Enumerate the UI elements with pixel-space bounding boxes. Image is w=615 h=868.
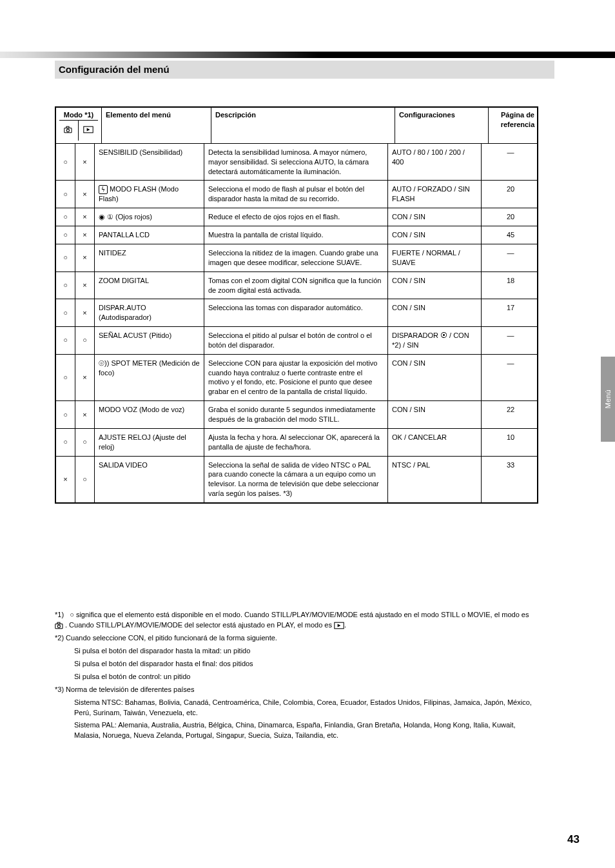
svg-rect-6 bbox=[57, 622, 60, 624]
col-header-menu: Elemento del menú bbox=[102, 108, 211, 143]
menu-cell: NITIDEZ bbox=[95, 244, 204, 271]
col-header-desc: Descripción bbox=[211, 108, 395, 143]
mode-cell: ○ bbox=[56, 355, 75, 400]
mode-cell: × bbox=[56, 457, 75, 502]
col-header-mode: Modo *1) bbox=[56, 108, 102, 143]
svg-marker-9 bbox=[338, 624, 341, 627]
ref-cell: 45 bbox=[482, 226, 540, 244]
desc-cell: Ajusta la fecha y hora. Al seleccionar O… bbox=[204, 429, 388, 456]
table-row: ○ × ⦾)) SPOT METER (Medición de foco) Se… bbox=[56, 354, 537, 400]
mode-cell: × bbox=[75, 401, 95, 428]
footnote-3b: Sistema PAL: Alemania, Australia, Austri… bbox=[55, 720, 538, 741]
table-row: ○ × ZOOM DIGITAL Tomas con el zoom digit… bbox=[56, 271, 537, 299]
mode-cell: ○ bbox=[56, 181, 75, 208]
desc-cell: Selecciona el pitido al pulsar el botón … bbox=[204, 327, 388, 354]
set-cell: CON / SIN bbox=[388, 401, 482, 428]
ref-cell: 20 bbox=[482, 208, 540, 226]
mode-cell: ○ bbox=[56, 244, 75, 271]
col-header-settings: Configuraciones bbox=[395, 108, 489, 143]
table-row: ○ ○ SEÑAL ACUST (Pitido) Selecciona el p… bbox=[56, 326, 537, 354]
table-row: ○ × PANTALLA LCD Muestra la pantalla de … bbox=[56, 226, 537, 244]
mode-cell: × bbox=[75, 272, 95, 299]
mode-cell: ○ bbox=[56, 327, 75, 354]
play-box-icon bbox=[334, 621, 344, 629]
menu-cell: ◉ ① (Ojos rojos) bbox=[95, 208, 204, 226]
table-row: ○ × DISPAR.AUTO (Autodisparador) Selecci… bbox=[56, 299, 537, 326]
menu-cell: SALIDA VIDEO bbox=[95, 457, 204, 502]
table-header-row: Modo *1) Elemento del menú Descripción C… bbox=[56, 108, 537, 143]
side-tab: Menú bbox=[601, 357, 615, 442]
footnote-1: *1) ○ significa que el elemento está dis… bbox=[55, 610, 538, 631]
svg-point-7 bbox=[57, 625, 60, 627]
desc-cell: Muestra la pantalla de cristal líquido. bbox=[204, 226, 388, 244]
mode-cell: × bbox=[75, 144, 95, 181]
menu-cell: ϟ MODO FLASH (Modo Flash) bbox=[95, 181, 204, 208]
table-row: ○ ○ AJUSTE RELOJ (Ajuste del reloj) Ajus… bbox=[56, 428, 537, 456]
table-row: ○ × MODO VOZ (Modo de voz) Graba el soni… bbox=[56, 400, 537, 428]
menu-table: Modo *1) Elemento del menú Descripción C… bbox=[55, 106, 538, 504]
mode-cell: ○ bbox=[56, 429, 75, 456]
set-cell: OK / CANCELAR bbox=[388, 429, 482, 456]
mode-cell: ○ bbox=[56, 272, 75, 299]
table-row: ○ × ϟ MODO FLASH (Modo Flash) Selecciona… bbox=[56, 180, 537, 208]
menu-cell: AJUSTE RELOJ (Ajuste del reloj) bbox=[95, 429, 204, 456]
redeye-icon: ◉ bbox=[99, 213, 105, 221]
menu-cell: MODO VOZ (Modo de voz) bbox=[95, 401, 204, 428]
set-cell: AUTO / FORZADO / SIN FLASH bbox=[388, 181, 482, 208]
flash-box-icon: ϟ bbox=[99, 185, 108, 194]
table-row: × ○ SALIDA VIDEO Selecciona la señal de … bbox=[56, 456, 537, 502]
menu-label: SPOT METER (Medición de foco) bbox=[99, 359, 200, 377]
ref-cell: 33 bbox=[482, 457, 540, 502]
set-cell: CON / SIN bbox=[388, 299, 482, 326]
set-cell: CON / SIN bbox=[388, 208, 482, 226]
desc-cell: Tomas con el zoom digital CON significa … bbox=[204, 272, 388, 299]
set-cell: FUERTE / NORMAL / SUAVE bbox=[388, 244, 482, 271]
menu-label: ① (Ojos rojos) bbox=[107, 213, 152, 221]
spot-icon: ⦾)) bbox=[99, 359, 109, 367]
mode-cell: ○ bbox=[75, 457, 95, 502]
ref-cell: 18 bbox=[482, 272, 540, 299]
set-cell: CON / SIN bbox=[388, 355, 482, 400]
page-number: 43 bbox=[567, 833, 580, 846]
ref-cell: — bbox=[482, 327, 540, 354]
desc-cell: Graba el sonido durante 5 segundos inmed… bbox=[204, 401, 388, 428]
mode-cell: × bbox=[75, 355, 95, 400]
ref-cell: 10 bbox=[482, 429, 540, 456]
shutter-option: DISPARADOR bbox=[392, 331, 438, 339]
menu-cell: SENSIBILID (Sensibilidad) bbox=[95, 144, 204, 181]
menu-cell: PANTALLA LCD bbox=[95, 226, 204, 244]
set-cell: DISPARADOR ⦿ / CON *2) / SIN bbox=[388, 327, 482, 354]
ref-cell: 20 bbox=[482, 181, 540, 208]
set-cell: NTSC / PAL bbox=[388, 457, 482, 502]
footnote-2b: Si pulsa el botón del disparador hasta l… bbox=[55, 646, 538, 656]
footnote-2c: Si pulsa el botón del disparador hasta e… bbox=[55, 659, 538, 669]
desc-cell: Selecciona las tomas con disparador auto… bbox=[204, 299, 388, 326]
footnotes: *1) ○ significa que el elemento está dis… bbox=[55, 610, 538, 744]
side-tab-label: Menú bbox=[604, 390, 612, 409]
desc-cell: Selecciona la nitidez de la imagen. Cuan… bbox=[204, 244, 388, 271]
menu-cell: SEÑAL ACUST (Pitido) bbox=[95, 327, 204, 354]
menu-cell: DISPAR.AUTO (Autodisparador) bbox=[95, 299, 204, 326]
camera-icon bbox=[55, 621, 65, 629]
mode-cell: × bbox=[75, 181, 95, 208]
mode-cell: ○ bbox=[56, 401, 75, 428]
col-header-ref: Página de referencia bbox=[489, 108, 547, 143]
set-cell: AUTO / 80 / 100 / 200 / 400 bbox=[388, 144, 482, 181]
footnote-2: *2) Cuando seleccione CON, el pitido fun… bbox=[55, 633, 538, 644]
menu-cell: ZOOM DIGITAL bbox=[95, 272, 204, 299]
footnote-3: *3) Norma de televisión de diferentes pa… bbox=[55, 685, 538, 695]
set-cell: CON / SIN bbox=[388, 226, 482, 244]
footnote-3a: Sistema NTSC: Bahamas, Bolivia, Canadá, … bbox=[55, 698, 538, 718]
mode-cell: × bbox=[75, 299, 95, 326]
set-cell: CON / SIN bbox=[388, 272, 482, 299]
desc-cell: Selecciona el modo de flash al pulsar el… bbox=[204, 181, 388, 208]
footnote-2d: Si pulsa el botón de control: un pitido bbox=[55, 672, 538, 682]
mode-cell: × bbox=[75, 208, 95, 226]
svg-marker-4 bbox=[87, 128, 90, 131]
svg-rect-1 bbox=[66, 126, 69, 128]
desc-cell: Selecciona la señal de salida de vídeo N… bbox=[204, 457, 388, 502]
mode-cell: × bbox=[75, 244, 95, 271]
mode-cell: × bbox=[75, 226, 95, 244]
table-row: ○ × ◉ ① (Ojos rojos) Reduce el efecto de… bbox=[56, 208, 537, 226]
ref-cell: — bbox=[482, 244, 540, 271]
